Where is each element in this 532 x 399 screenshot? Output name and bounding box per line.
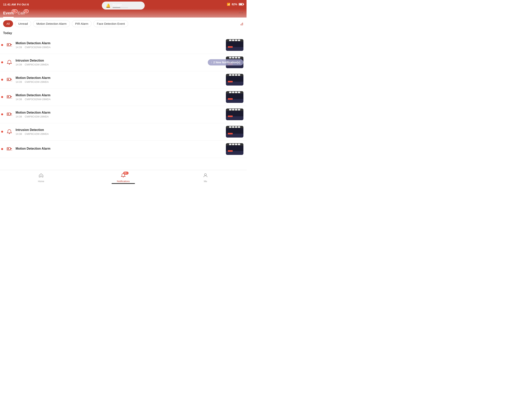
- notif-title-6: Intrusion Detection: [16, 128, 223, 132]
- notif-thumb-4: [226, 91, 243, 103]
- tab-event[interactable]: Event 99+: [3, 11, 14, 18]
- notif-content-3: Motion Detection Alarm 14:39 CMIP8C42W-2…: [16, 76, 223, 83]
- notif-content-4: Motion Detection Alarm 14:38 CMIP3C82NW-…: [16, 94, 223, 101]
- notif-thumb-3: [226, 74, 243, 85]
- svg-marker-1: [11, 44, 12, 45]
- filter-tab-unread[interactable]: Unread: [15, 20, 31, 27]
- tab-event-badge: 99+: [12, 9, 18, 13]
- notif-title-7: Motion Detection Alarm: [16, 147, 223, 150]
- nav-bell-icon: 99+: [121, 173, 126, 179]
- more-dots-button[interactable]: ···: [239, 10, 243, 15]
- date: Fri Oct 6: [17, 3, 29, 6]
- notif-item-5[interactable]: Motion Detection Alarm 14:38 CMIP8C42W-2…: [0, 106, 247, 123]
- notif-title-1: Motion Detection Alarm: [16, 41, 223, 45]
- tab-call-badge: 61: [24, 9, 29, 13]
- notif-title-2: Intrusion Detection: [16, 59, 223, 62]
- notif-content-1: Motion Detection Alarm 14:39 CMIP3C82NW-…: [16, 41, 223, 49]
- svg-point-16: [8, 113, 9, 115]
- svg-marker-21: [11, 148, 12, 149]
- notif-time-6: 14:38 CMIP8C42W-28MDA: [16, 133, 223, 135]
- nav-me-label: Me: [204, 180, 207, 183]
- notif-content-7: Motion Detection Alarm: [16, 147, 223, 151]
- nav-notifications-badge: 99+: [123, 172, 128, 174]
- notif-title-4: Motion Detection Alarm: [16, 94, 223, 97]
- new-notifications-bubble[interactable]: ↑ 2 New Notification(s): [208, 59, 243, 65]
- notif-item-4[interactable]: Motion Detection Alarm 14:38 CMIP3C82NW-…: [0, 89, 247, 106]
- notif-title-3: Motion Detection Alarm: [16, 76, 223, 80]
- bell-icon-6: [6, 128, 13, 135]
- svg-marker-15: [11, 113, 12, 115]
- notif-item-1[interactable]: Motion Detection Alarm 14:39 CMIP3C82NW-…: [0, 36, 247, 54]
- tab-call[interactable]: Call 61: [18, 11, 25, 18]
- filter-tab-face[interactable]: Face Detection Event: [94, 20, 128, 27]
- ringer-bell-icon: 🔔: [106, 3, 111, 8]
- ringer-pill[interactable]: 🔔 Ringer: [102, 1, 145, 10]
- motion-icon-7: [6, 146, 13, 153]
- ringer-label: Ringer: [113, 3, 128, 6]
- filter-tab-motion[interactable]: Motion Detection Alarm: [33, 20, 70, 27]
- nav-home-label: Home: [38, 180, 44, 183]
- unread-dot-1: [1, 44, 3, 46]
- notif-content-6: Intrusion Detection 14:38 CMIP8C42W-28MD…: [16, 128, 223, 135]
- main-tabs: Event 99+ Call 61: [0, 9, 247, 18]
- filter-tab-all[interactable]: All: [3, 20, 13, 27]
- filter-tabs: All Unread Motion Detection Alarm PIR Al…: [0, 18, 247, 30]
- notif-time-1: 14:39 CMIP3C82NW-28MDA: [16, 46, 223, 49]
- header-area: Event 99+ Call 61 All Unread Motion Dete…: [0, 9, 247, 30]
- motion-icon-1: [6, 41, 13, 49]
- notif-time-2: 14:39 CMIP8C42W-28MDA: [16, 63, 223, 66]
- notif-content-2: Intrusion Detection 14:39 CMIP8C42W-28MD…: [16, 59, 223, 66]
- battery-icon: [239, 3, 243, 6]
- status-right: 📶 82%: [227, 3, 243, 6]
- notif-thumb-1: [226, 39, 243, 51]
- notif-time-3: 14:39 CMIP8C42W-28MDA: [16, 80, 223, 83]
- svg-point-12: [8, 96, 9, 97]
- motion-icon-5: [6, 111, 13, 118]
- notif-item-3[interactable]: Motion Detection Alarm 14:39 CMIP8C42W-2…: [0, 71, 247, 89]
- svg-point-26: [204, 174, 206, 175]
- svg-point-5: [9, 64, 10, 65]
- unread-dot-4: [1, 96, 3, 98]
- time: 11:41 AM: [3, 3, 16, 6]
- bottom-indicator: [112, 183, 135, 184]
- svg-point-8: [8, 79, 9, 80]
- ringer-bar: [113, 7, 128, 8]
- notif-time-4: 14:38 CMIP3C82NW-28MDA: [16, 98, 223, 101]
- unread-dot-3: [1, 79, 3, 81]
- motion-icon-4: [6, 94, 13, 101]
- svg-point-19: [9, 133, 10, 134]
- unread-dot-6: [1, 131, 3, 133]
- svg-point-2: [8, 44, 9, 45]
- nav-notifications-label: Notifications: [117, 180, 129, 183]
- notif-thumb-6: [226, 126, 243, 138]
- section-header-today: Today: [0, 30, 247, 36]
- unread-dot-2: [1, 61, 3, 63]
- status-bar: 11:41 AM Fri Oct 6 🔔 Ringer 📶 82%: [0, 0, 247, 9]
- svg-point-22: [8, 148, 9, 149]
- notification-list: Motion Detection Alarm 14:39 CMIP3C82NW-…: [0, 36, 247, 163]
- bell-icon-2: [6, 59, 13, 66]
- filter-icon[interactable]: ⊿: [240, 21, 243, 26]
- notif-title-5: Motion Detection Alarm: [16, 111, 223, 114]
- battery-percent: 82%: [232, 3, 237, 6]
- home-icon: [38, 173, 44, 179]
- filter-tab-pir[interactable]: PIR Alarm: [72, 20, 92, 27]
- svg-point-25: [123, 177, 124, 178]
- ringer-content: Ringer: [113, 3, 128, 8]
- status-left: 11:41 AM Fri Oct 6: [3, 3, 29, 6]
- notif-thumb-7: [226, 143, 243, 155]
- wifi-icon: 📶: [227, 3, 230, 6]
- notif-item-6[interactable]: Intrusion Detection 14:38 CMIP8C42W-28MD…: [0, 123, 247, 141]
- svg-marker-7: [11, 78, 12, 80]
- notif-item-2[interactable]: Intrusion Detection 14:39 CMIP8C42W-28MD…: [0, 54, 247, 71]
- notif-content-5: Motion Detection Alarm 14:38 CMIP8C42W-2…: [16, 111, 223, 118]
- unread-dot-5: [1, 113, 3, 115]
- nav-home[interactable]: Home: [33, 173, 49, 183]
- nav-me[interactable]: Me: [198, 173, 213, 183]
- nav-notifications[interactable]: 99+ Notifications: [115, 173, 131, 183]
- motion-icon-3: [6, 76, 13, 83]
- unread-dot-7: [1, 148, 3, 150]
- svg-marker-11: [11, 96, 12, 97]
- notif-thumb-5: [226, 109, 243, 120]
- notif-item-7[interactable]: Motion Detection Alarm: [0, 141, 247, 158]
